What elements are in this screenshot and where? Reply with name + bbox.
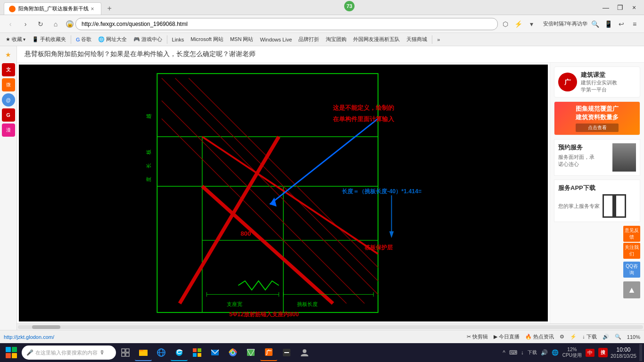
refresh-button[interactable]: ↻ bbox=[34, 17, 47, 31]
win-quad-3 bbox=[6, 353, 11, 358]
bookmark-links[interactable]: Links bbox=[169, 34, 187, 45]
foreign-label: 外国网友漫画析五队 bbox=[353, 36, 400, 43]
bookmark-taobao[interactable]: 淘宝团购 bbox=[323, 34, 349, 45]
side-google[interactable]: G bbox=[2, 108, 15, 122]
tray-icon2[interactable]: 🔊 bbox=[541, 349, 548, 356]
svg-text:5Φ12放射筋锚入支座内800: 5Φ12放射筋锚入支座内800 bbox=[229, 311, 299, 318]
question-title: 悬臂板阳角附加筋如何绘制？如果是在单构件输入，长度怎么确定呢？谢谢老师 bbox=[25, 50, 256, 58]
main-area: ★ 文 微 @ G 漫 悬臂板阳角附加筋如何绘制？如果是在单构件输入，长度怎么确… bbox=[0, 46, 644, 330]
bookmark-mobile-label: 手机收藏夹 bbox=[40, 36, 66, 43]
back-to-top-button[interactable]: ▲ bbox=[623, 281, 640, 298]
show-desktop-button[interactable] bbox=[639, 344, 642, 361]
back-button[interactable]: ‹ bbox=[4, 17, 17, 31]
kuaijianji-btn[interactable]: ✂ 快剪辑 bbox=[467, 333, 488, 340]
restore-button[interactable]: ❐ bbox=[614, 3, 626, 12]
qq-button[interactable]: QQ咨询 bbox=[623, 262, 640, 278]
bookmark-windowslive[interactable]: Windows Live bbox=[257, 34, 295, 45]
scroll-thumb[interactable] bbox=[32, 325, 60, 329]
window-controls: — ❐ × bbox=[600, 3, 640, 12]
hotpoint-icon: 🔥 bbox=[525, 334, 532, 340]
dropdown-icon[interactable]: ▾ bbox=[526, 18, 537, 30]
horizontal-scrollbar[interactable] bbox=[17, 323, 644, 330]
bookmark-brand[interactable]: 品牌打折 bbox=[296, 34, 322, 45]
cpu-indicator[interactable]: 12% CPU使用 bbox=[562, 347, 582, 359]
taskbar-app-explorer[interactable] bbox=[135, 344, 152, 361]
download-icon[interactable]: ↓ 下载 bbox=[582, 333, 597, 340]
zhibo-btn[interactable]: ▶ 今日直播 bbox=[494, 333, 520, 340]
bookmark-more[interactable]: » bbox=[434, 34, 443, 45]
svg-text:这是不能定义，绘制的: 这是不能定义，绘制的 bbox=[333, 104, 394, 111]
separator3 bbox=[432, 35, 432, 44]
status-icon3[interactable]: 🔊 bbox=[603, 334, 609, 340]
zoom-level[interactable]: 110% bbox=[627, 334, 640, 340]
sogou-icon[interactable]: 搜 bbox=[598, 348, 608, 357]
wl-label: Windows Live bbox=[260, 37, 292, 42]
bookmark-msn[interactable]: MSN 网站 bbox=[227, 34, 256, 45]
banner-ad-card[interactable]: 图集规范覆盖广 建筑资料数量多 点击查看 bbox=[554, 101, 640, 135]
minimize-button[interactable]: — bbox=[600, 3, 612, 12]
taskbar-app-gloden[interactable]: 广 bbox=[260, 344, 277, 361]
home-button[interactable]: ⌂ bbox=[49, 17, 62, 31]
bookmark-foreign[interactable]: 外国网友漫画析五队 bbox=[350, 34, 403, 45]
side-weibo2[interactable]: 微 bbox=[2, 78, 15, 91]
taskbar-app-email[interactable] bbox=[206, 344, 223, 361]
bookmark-mobile[interactable]: 📱 手机收藏夹 bbox=[29, 34, 69, 45]
search-icon[interactable]: 🔍 bbox=[589, 18, 601, 30]
tray-chinese[interactable]: ⌨ bbox=[509, 349, 517, 356]
banner-cta[interactable]: 点击查看 bbox=[576, 123, 619, 132]
bookmark-google[interactable]: G 谷歌 bbox=[73, 34, 94, 45]
side-weibo[interactable]: 文 bbox=[2, 63, 15, 76]
taskbar-app-store[interactable] bbox=[189, 344, 206, 361]
new-tab-button[interactable]: + bbox=[103, 2, 116, 15]
ssl-icon: 🔒 bbox=[66, 20, 74, 28]
taskbar-search[interactable]: 🎤 在这里输入你要搜索的内容 🎙 bbox=[22, 346, 116, 360]
menu-icon[interactable]: ≡ bbox=[629, 18, 640, 30]
tab-close-button[interactable]: × bbox=[89, 5, 96, 13]
date-display: 2018/10/25 bbox=[611, 353, 636, 359]
bookmark-tmall[interactable]: 天猫商城 bbox=[404, 34, 430, 45]
taskbar-app-maps[interactable] bbox=[242, 344, 259, 361]
side-favorites[interactable]: ★ bbox=[2, 48, 15, 61]
status-icon2[interactable]: ⚡ bbox=[570, 334, 577, 340]
mobile-icon[interactable]: 📱 bbox=[603, 18, 614, 30]
share-icon[interactable]: ⬡ bbox=[500, 18, 511, 30]
card-subtitle1: 建筑行业实训教 bbox=[581, 79, 617, 86]
taskbar: 🎤 在这里输入你要搜索的内容 🎙 广 bbox=[0, 343, 644, 362]
address-input[interactable] bbox=[75, 18, 498, 30]
side-manga[interactable]: 漫 bbox=[2, 123, 15, 137]
status-url[interactable]: http://jzkt.glodon.com/ bbox=[4, 334, 54, 340]
taskbar-app-user[interactable] bbox=[296, 344, 313, 361]
tray-network[interactable]: 🌐 bbox=[552, 349, 559, 356]
tray-down-arrow[interactable]: ↓ bbox=[521, 349, 524, 356]
tray-icons: ^ ⌨ ↓ 下载 🔊 🌐 12% CPU使用 中 搜 bbox=[503, 347, 608, 359]
bookmark-sitelist[interactable]: 🌐 网址大全 bbox=[95, 34, 130, 45]
status-icon1[interactable]: ⚙ bbox=[560, 334, 564, 340]
qr-code bbox=[603, 194, 626, 218]
forward-button[interactable]: › bbox=[19, 17, 32, 31]
search-voice-icon[interactable]: 🎙 bbox=[99, 349, 105, 356]
svg-rect-59 bbox=[247, 349, 255, 356]
bookmark-microsoft[interactable]: Microsoft 网站 bbox=[188, 34, 226, 45]
bookmark-favorites[interactable]: ★ 收藏▾ bbox=[3, 34, 28, 45]
feedback-button[interactable]: 意见反馈 bbox=[623, 226, 640, 242]
start-button[interactable] bbox=[2, 344, 21, 361]
side-mail[interactable]: @ bbox=[2, 93, 15, 107]
hotpoint-btn[interactable]: 🔥 热点资讯 bbox=[525, 333, 554, 340]
taskbar-app-edge[interactable] bbox=[171, 344, 188, 361]
active-tab[interactable]: 阳角附加筋_广联达服务新干线 × bbox=[4, 2, 101, 15]
taskbar-task-view[interactable] bbox=[117, 344, 134, 361]
taskbar-app-ie[interactable] bbox=[153, 344, 170, 361]
ime-button[interactable]: 中 bbox=[586, 349, 594, 357]
tray-arrow[interactable]: ^ bbox=[503, 349, 505, 356]
taskbar-app-minus[interactable] bbox=[278, 344, 295, 361]
bookmark-games[interactable]: 🎮 游戏中心 bbox=[131, 34, 165, 45]
taskbar-app-chrome[interactable] bbox=[224, 344, 241, 361]
app-card: 服务APP下载 您的掌上服务专家 bbox=[554, 180, 640, 222]
close-button[interactable]: × bbox=[628, 3, 640, 12]
follow-button[interactable]: 关注我们 bbox=[623, 243, 640, 259]
back-nav-icon[interactable]: ↩ bbox=[616, 18, 627, 30]
search-icon2[interactable]: 🔍 bbox=[615, 334, 621, 340]
card-title: 建筑课堂 bbox=[581, 71, 617, 79]
clock[interactable]: 10:00 2018/10/25 bbox=[611, 346, 636, 359]
lightning-icon[interactable]: ⚡ bbox=[513, 18, 524, 30]
